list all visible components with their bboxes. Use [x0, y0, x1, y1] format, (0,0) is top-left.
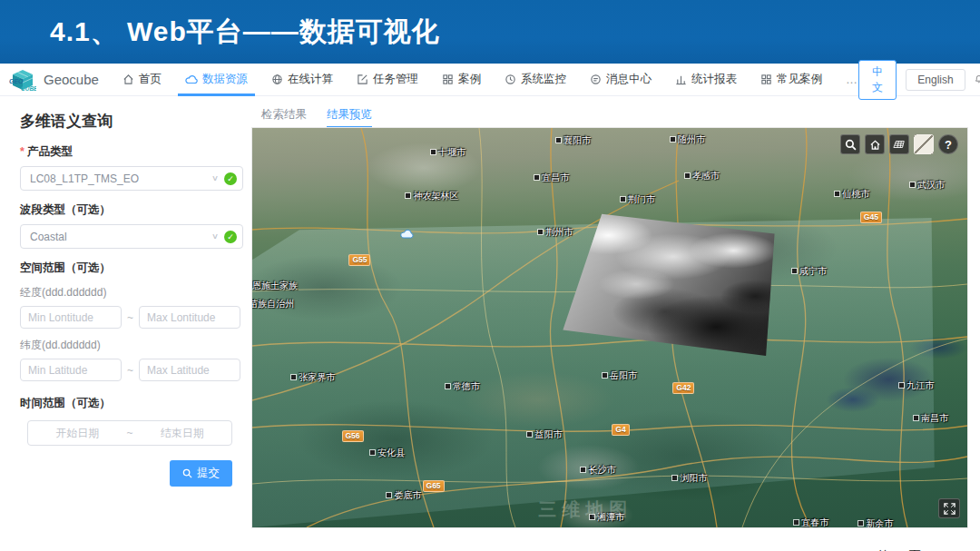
- help-icon: ?: [945, 138, 952, 152]
- nav-item-task-management[interactable]: 任务管理: [357, 64, 418, 95]
- grid-icon: [442, 74, 454, 85]
- map-home-button[interactable]: [865, 134, 885, 154]
- band-type-label: 波段类型（可选）: [20, 202, 243, 218]
- product-type-value: LC08_L1TP_TMS_EO: [30, 172, 211, 185]
- tab-search-results[interactable]: 检索结果: [261, 107, 307, 128]
- home-icon: [122, 74, 134, 85]
- band-type-value: Coastal: [30, 231, 211, 243]
- nav-item-label: 常见案例: [777, 72, 822, 87]
- band-type-select[interactable]: Coastal ∨ ✓: [20, 224, 243, 249]
- submit-button[interactable]: 提交: [170, 460, 232, 487]
- nav-menu: 首页 数据资源 在线计算 任务管理 案例 系统监控: [122, 64, 858, 95]
- nav-item-label: 任务管理: [373, 72, 418, 87]
- nav-item-label: 系统监控: [521, 72, 566, 87]
- range-tilde: ~: [127, 311, 133, 324]
- bell-icon[interactable]: [975, 73, 980, 86]
- geocube-logo-icon: GEO CUBE: [9, 68, 36, 92]
- cloud-icon: [185, 74, 198, 85]
- map-basemap-grid-button[interactable]: [889, 134, 909, 154]
- message-icon: [590, 74, 602, 85]
- tab-result-preview[interactable]: 结果预览: [327, 107, 372, 128]
- chevron-down-icon: ∨: [211, 173, 219, 182]
- range-tilde: ~: [127, 364, 133, 377]
- nav-item-data-resources[interactable]: 数据资源: [185, 64, 248, 95]
- chevron-down-icon: ∨: [211, 231, 219, 241]
- navbar-right: 中文 English 欢迎您，管理员: [858, 60, 980, 100]
- spatial-range-label: 空间范围（可选）: [20, 261, 243, 276]
- nav-item-common-cases[interactable]: 常见案例: [760, 64, 822, 95]
- home-icon: [869, 139, 881, 151]
- svg-text:CUBE: CUBE: [21, 85, 36, 92]
- edit-icon: [357, 74, 368, 85]
- app-navbar: GEO CUBE Geocube 首页 数据资源 在线计算 任务管理: [0, 64, 980, 96]
- max-longitude-input[interactable]: [139, 306, 240, 329]
- monitor-icon: [505, 74, 516, 85]
- grid-icon: [760, 74, 772, 85]
- map-viewport[interactable]: 十堰市襄阳市随州市神农架林区宜昌市荆门市孝感市武汉市仙桃市荆州市恩施土家族苗族自…: [252, 128, 967, 527]
- nav-overflow[interactable]: …: [846, 73, 858, 86]
- cloud-marker-icon: [399, 229, 416, 240]
- latitude-label: 纬度(dd.dddddd): [20, 338, 243, 353]
- range-tilde: ~: [126, 427, 132, 439]
- time-range-label: 时间范围（可选）: [20, 396, 243, 411]
- valid-check-icon: ✓: [224, 231, 237, 243]
- submit-label: 提交: [197, 466, 220, 481]
- map-help-button[interactable]: ?: [938, 134, 958, 154]
- start-date-placeholder: 开始日期: [55, 426, 99, 441]
- search-icon: [182, 468, 192, 478]
- valid-check-icon: ✓: [224, 172, 237, 185]
- nav-item-home[interactable]: 首页: [122, 64, 162, 95]
- panel-title: 多维语义查询: [20, 111, 243, 132]
- min-latitude-input[interactable]: [20, 359, 122, 381]
- lang-en-button[interactable]: English: [906, 69, 965, 91]
- nav-item-label: 首页: [139, 72, 162, 87]
- required-asterisk: *: [20, 145, 24, 158]
- bar-chart-icon: [675, 74, 687, 85]
- nav-item-label: 数据资源: [202, 72, 248, 87]
- fullscreen-icon: [944, 503, 956, 515]
- end-date-placeholder: 结束日期: [161, 426, 204, 441]
- nav-item-report[interactable]: 统计报表: [675, 64, 737, 95]
- slide: 4.1、 Web平台——数据可视化 GEO CUBE Geocube 首页: [0, 0, 980, 551]
- nav-item-label: 案例: [458, 72, 481, 87]
- lang-zh-button[interactable]: 中文: [858, 60, 897, 100]
- slide-title: 4.1、 Web平台——数据可视化: [50, 14, 440, 51]
- brand-name: Geocube: [44, 72, 99, 87]
- nav-item-system-monitor[interactable]: 系统监控: [505, 64, 566, 95]
- min-longitude-input[interactable]: [20, 306, 122, 329]
- nav-item-cases[interactable]: 案例: [442, 64, 481, 95]
- map-search-button[interactable]: [840, 134, 860, 154]
- max-latitude-input[interactable]: [139, 359, 240, 381]
- slide-title-banner: 4.1、 Web平台——数据可视化: [0, 0, 980, 64]
- nav-item-label: 消息中心: [606, 72, 652, 87]
- globe-icon: [271, 74, 283, 85]
- layers-grid-icon: [893, 139, 906, 150]
- nav-item-label: 统计报表: [691, 72, 737, 87]
- longitude-label: 经度(ddd.dddddd): [20, 285, 243, 300]
- brand-logo[interactable]: GEO CUBE Geocube: [9, 68, 99, 92]
- nav-item-online-compute[interactable]: 在线计算: [271, 64, 333, 95]
- search-icon: [845, 139, 857, 151]
- result-tabs: 检索结果 结果预览: [252, 103, 980, 128]
- date-range-picker[interactable]: 开始日期 ~ 结束日期: [27, 420, 232, 446]
- page-number: 第 34 页: [877, 547, 921, 551]
- nav-item-message-center[interactable]: 消息中心: [590, 64, 652, 95]
- fullscreen-button[interactable]: [938, 498, 960, 518]
- query-sidebar: 多维语义查询 *产品类型 LC08_L1TP_TMS_EO ∨ ✓ 波段类型（可…: [0, 96, 252, 547]
- nav-item-label: 在线计算: [288, 72, 333, 87]
- product-type-select[interactable]: LC08_L1TP_TMS_EO ∨ ✓: [20, 166, 243, 191]
- result-area: 检索结果 结果预览: [252, 96, 980, 547]
- map-toolbar: ?: [840, 134, 958, 154]
- svg-text:GEO: GEO: [9, 78, 24, 84]
- map-style-toggle-button[interactable]: [914, 134, 934, 154]
- product-type-label: *产品类型: [20, 144, 243, 160]
